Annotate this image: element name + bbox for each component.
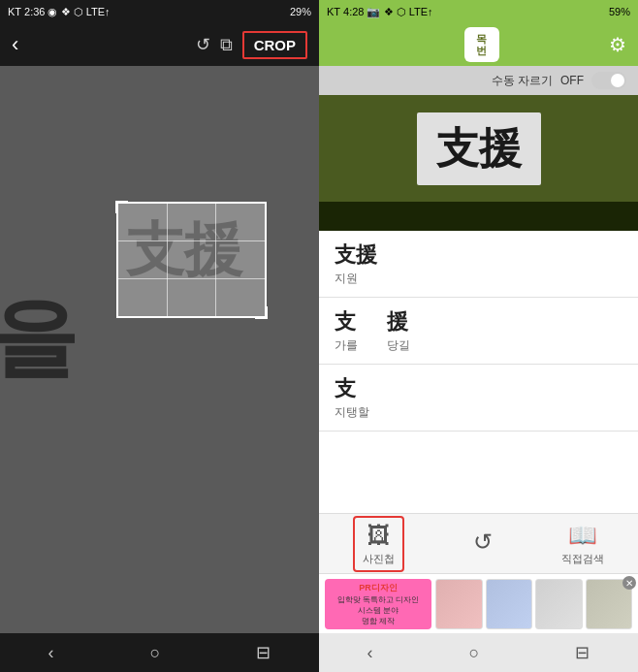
crop-grid-horizontal-2 bbox=[118, 278, 265, 279]
candidate-reading-1: 지원 bbox=[335, 271, 622, 287]
candidate-reading-3: 지탱할 bbox=[335, 404, 622, 421]
candidate-row-2: 支 가를 援 당길 bbox=[335, 307, 622, 354]
preview-char: 支援 bbox=[436, 124, 522, 172]
ad-thumbnails bbox=[435, 579, 632, 629]
right-nav-back[interactable]: ‹ bbox=[367, 643, 373, 663]
photo-album-icon: 🖼 bbox=[367, 522, 391, 549]
candidate-reading-2a: 가를 bbox=[335, 337, 358, 354]
left-toolbar-right: ↺ ⧉ CROP bbox=[196, 31, 307, 59]
right-nav-bar: ‹ ○ ⊟ bbox=[319, 633, 638, 672]
ad-thumb-3[interactable] bbox=[535, 579, 583, 629]
refresh-icon[interactable]: ↺ bbox=[196, 34, 210, 55]
left-nav-home[interactable]: ○ bbox=[150, 643, 161, 663]
settings-icon[interactable]: ⚙ bbox=[609, 33, 626, 56]
action-direct-search[interactable]: 📖 직접검색 bbox=[561, 522, 604, 566]
right-panel: KT 4:28 📷 ❖ ⬡ LTE↑ 59% 목번 ⚙ 수동 자르기 OFF 支… bbox=[319, 0, 638, 672]
candidate-col-2b: 援 당길 bbox=[387, 307, 410, 354]
left-nav-recent[interactable]: ⊟ bbox=[256, 642, 271, 663]
app-icon: 목번 bbox=[464, 27, 499, 62]
left-panel: KT 2:36 ◉ ❖ ⬡ LTE↑ 29% ‹ ↺ ⧉ CROP 을 支援 ‹… bbox=[0, 0, 319, 672]
crop-grid-horizontal-1 bbox=[118, 240, 265, 241]
right-time: 4:28 bbox=[343, 6, 364, 17]
candidate-reading-2b: 당길 bbox=[387, 337, 410, 354]
left-content-area: 을 支援 bbox=[0, 66, 319, 633]
right-status-icons: 📷 ❖ ⬡ LTE↑ bbox=[367, 6, 432, 18]
candidate-item-1[interactable]: 支援 지원 bbox=[319, 231, 638, 298]
right-status-bar: KT 4:28 📷 ❖ ⬡ LTE↑ 59% bbox=[319, 0, 638, 23]
direct-search-icon: 📖 bbox=[568, 522, 597, 549]
ad-main-banner[interactable]: PR디자인 입학맞 독특하고 디자인시스템 분야명함 제작 bbox=[325, 579, 431, 629]
right-nav-home[interactable]: ○ bbox=[469, 643, 480, 663]
reset-icon: ↺ bbox=[473, 528, 493, 556]
right-carrier: KT bbox=[327, 6, 340, 17]
candidate-char-3: 支 bbox=[335, 374, 622, 403]
crop-grid-vertical-2 bbox=[215, 204, 216, 316]
ad-close-button[interactable]: ✕ bbox=[622, 576, 636, 590]
toggle-state-label: OFF bbox=[560, 74, 584, 87]
candidate-item-3[interactable]: 支 지탱할 bbox=[319, 365, 638, 432]
left-back-button[interactable]: ‹ bbox=[12, 32, 18, 57]
photo-album-label: 사진첩 bbox=[363, 552, 395, 566]
right-battery: 59% bbox=[609, 6, 630, 17]
ad-bar: PR디자인 입학맞 독특하고 디자인시스템 분야명함 제작 ✕ bbox=[319, 573, 638, 633]
manual-toggle-label: 수동 자르기 bbox=[492, 73, 553, 89]
candidate-char-2b: 援 bbox=[387, 307, 410, 336]
ad-logo: PR디자인 bbox=[359, 582, 398, 594]
action-photo-album[interactable]: 🖼 사진첩 bbox=[353, 516, 404, 572]
left-status-icons: ◉ ❖ ⬡ LTE↑ bbox=[48, 6, 110, 18]
results-dark-bar bbox=[319, 202, 638, 231]
manual-toggle-bar: 수동 자르기 OFF bbox=[319, 66, 638, 95]
left-toolbar: ‹ ↺ ⧉ CROP bbox=[0, 23, 319, 66]
left-time: 2:36 bbox=[24, 6, 45, 17]
candidates-list: 支援 지원 支 가를 援 당길 支 지탱할 bbox=[319, 231, 638, 513]
left-status-bar: KT 2:36 ◉ ❖ ⬡ LTE↑ 29% bbox=[0, 0, 319, 23]
ad-subtitle: 입학맞 독특하고 디자인시스템 분야명함 제작 bbox=[337, 594, 419, 626]
action-reset[interactable]: ↺ bbox=[473, 528, 493, 559]
candidate-char-2a: 支 bbox=[335, 307, 358, 336]
right-nav-recent[interactable]: ⊟ bbox=[575, 642, 590, 663]
crop-button[interactable]: CROP bbox=[242, 31, 307, 59]
preview-char-box: 支援 bbox=[417, 112, 541, 185]
candidate-col-2a: 支 가를 bbox=[335, 307, 358, 354]
manual-toggle-switch[interactable] bbox=[591, 72, 626, 89]
right-toolbar: 목번 ⚙ bbox=[319, 23, 638, 66]
compare-icon[interactable]: ⧉ bbox=[220, 35, 233, 55]
crop-selection-box[interactable] bbox=[116, 202, 267, 318]
left-nav-back[interactable]: ‹ bbox=[48, 643, 54, 663]
left-battery: 29% bbox=[290, 6, 311, 17]
direct-search-label: 직접검색 bbox=[561, 552, 604, 566]
candidate-item-2[interactable]: 支 가를 援 당길 bbox=[319, 298, 638, 365]
left-nav-bar: ‹ ○ ⊟ bbox=[0, 633, 319, 672]
app-icon-label: 목번 bbox=[476, 33, 487, 56]
background-korean-char: 을 bbox=[0, 278, 78, 397]
right-status-left: KT 4:28 📷 ❖ ⬡ LTE↑ bbox=[327, 6, 433, 18]
left-status-left: KT 2:36 ◉ ❖ ⬡ LTE↑ bbox=[8, 6, 111, 18]
left-carrier: KT bbox=[8, 6, 21, 17]
action-bar: 🖼 사진첩 ↺ 📖 직접검색 bbox=[319, 513, 638, 573]
ad-thumb-2[interactable] bbox=[486, 579, 533, 629]
candidate-char-1: 支援 bbox=[335, 240, 622, 270]
preview-area: 支援 bbox=[319, 95, 638, 202]
crop-grid-vertical-1 bbox=[167, 204, 168, 316]
ad-thumb-1[interactable] bbox=[435, 579, 483, 629]
